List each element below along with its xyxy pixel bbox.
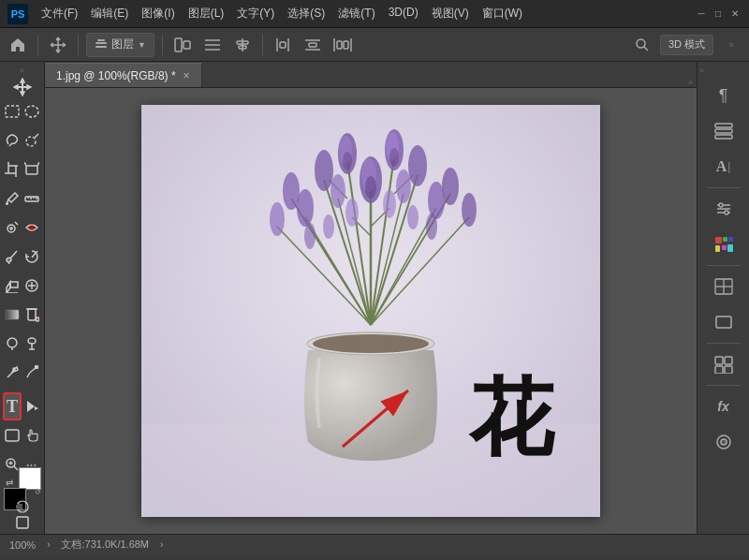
svg-rect-129 — [715, 135, 732, 139]
perspective-crop-tool[interactable] — [22, 155, 41, 184]
lasso-tool[interactable] — [3, 126, 22, 155]
layers-panel-button[interactable] — [705, 114, 742, 148]
path-select-tool[interactable] — [22, 392, 41, 420]
info-chevron[interactable]: › — [160, 539, 163, 550]
right-collapse-icon[interactable]: » — [719, 33, 743, 57]
svg-rect-27 — [6, 106, 19, 117]
menu-edit[interactable]: 编辑(E) — [85, 4, 134, 23]
svg-marker-26 — [27, 85, 31, 89]
maximize-button[interactable]: □ — [712, 7, 725, 21]
menu-filter[interactable]: 滤镜(T) — [332, 4, 380, 23]
color-swatches[interactable]: ↺ ⇄ — [4, 488, 41, 490]
left-toolbar: « — [0, 62, 45, 534]
title-bar: PS 文件(F) 编辑(E) 图像(I) 图层(L) 文字(Y) 选择(S) 滤… — [0, 0, 749, 28]
options-divider-3 — [162, 35, 163, 55]
swatches-panel-button[interactable] — [705, 228, 742, 261]
menu-image[interactable]: 图像(I) — [136, 4, 180, 23]
red-eye-tool[interactable] — [22, 214, 41, 242]
close-button[interactable]: ✕ — [728, 7, 742, 21]
svg-line-49 — [15, 222, 18, 225]
window-controls: ─ □ ✕ — [695, 7, 742, 21]
distribute-icon-3[interactable] — [330, 33, 355, 57]
ps-logo: PS — [7, 4, 28, 24]
menu-view[interactable]: 视图(V) — [426, 4, 475, 23]
swap-colors-icon[interactable]: ⇄ — [6, 478, 13, 488]
svg-rect-137 — [715, 237, 722, 243]
reset-colors-icon[interactable]: ↺ — [35, 488, 41, 496]
text-tool[interactable]: T — [3, 392, 22, 420]
search-icon[interactable] — [630, 33, 654, 57]
svg-rect-13 — [280, 42, 286, 48]
shape-hand-pair — [3, 421, 41, 449]
options-divider-1 — [37, 35, 38, 55]
panel-divider-2 — [707, 265, 741, 266]
quick-select-tool[interactable] — [22, 126, 41, 155]
fx-panel-button[interactable]: fx — [705, 390, 742, 423]
paragraph-panel-button[interactable]: ¶ — [705, 79, 742, 112]
adjustments-panel-button[interactable] — [705, 192, 742, 226]
shape-tool[interactable] — [3, 421, 22, 449]
background-swatch[interactable] — [19, 467, 41, 490]
gradient-tool[interactable] — [3, 301, 22, 329]
svg-point-65 — [28, 338, 36, 344]
left-collapse-icon[interactable]: « — [20, 66, 24, 75]
hand-tool[interactable] — [22, 421, 41, 449]
svg-rect-150 — [725, 366, 732, 374]
tab-close-button[interactable]: × — [184, 70, 190, 81]
menu-file[interactable]: 文件(F) — [36, 4, 83, 23]
ruler-tool[interactable] — [22, 184, 41, 213]
svg-line-37 — [24, 162, 26, 166]
move-options-icon[interactable] — [46, 33, 70, 57]
shape-panel-button[interactable] — [705, 305, 742, 339]
background-eraser-tool[interactable] — [22, 272, 41, 300]
menu-window[interactable]: 窗口(W) — [477, 4, 528, 23]
table-panel-button[interactable] — [705, 270, 742, 303]
menu-text[interactable]: 文字(Y) — [231, 4, 280, 23]
menu-3d[interactable]: 3D(D) — [383, 4, 424, 23]
move-tool[interactable] — [4, 78, 41, 96]
menu-layer[interactable]: 图层(L) — [183, 4, 230, 23]
options-divider-4 — [262, 35, 263, 55]
home-icon[interactable] — [6, 33, 30, 57]
align-icon-3[interactable] — [230, 33, 255, 57]
text-pathselect-pair: T — [3, 392, 41, 420]
canvas-image: 花 — [141, 105, 600, 517]
quick-mask-tool[interactable] — [4, 499, 41, 514]
zoom-chevron[interactable]: › — [47, 539, 50, 550]
plugin-panel-button[interactable] — [705, 347, 742, 381]
svg-point-118 — [407, 205, 419, 229]
history-panel-button[interactable] — [705, 425, 742, 459]
freeform-pen-tool[interactable] — [22, 359, 41, 387]
panel-collapse-button[interactable]: » — [698, 66, 704, 75]
svg-rect-3 — [175, 38, 182, 52]
screen-mode-tool[interactable] — [4, 515, 41, 530]
distribute-icon-2[interactable] — [301, 33, 325, 57]
layers-dropdown[interactable]: 图层 ▼ — [86, 33, 154, 57]
rect-marquee-tool[interactable] — [3, 97, 22, 125]
distribute-icon-1[interactable] — [271, 33, 295, 57]
svg-line-31 — [35, 134, 38, 138]
crop-tool[interactable] — [3, 155, 22, 184]
align-icon-1[interactable] — [170, 33, 195, 57]
pen-tool[interactable] — [3, 359, 22, 387]
menu-select[interactable]: 选择(S) — [282, 4, 330, 23]
history-brush-tool[interactable] — [22, 243, 41, 271]
panel-collapse-right[interactable]: » — [688, 78, 693, 87]
svg-rect-148 — [725, 357, 732, 364]
brush-tool[interactable] — [3, 243, 22, 271]
ellipse-marquee-tool[interactable] — [22, 97, 41, 125]
minimize-button[interactable]: ─ — [695, 7, 708, 21]
dodge-tool[interactable] — [22, 330, 41, 358]
paint-bucket-tool[interactable] — [22, 301, 41, 329]
3d-mode-button[interactable]: 3D 模式 — [660, 35, 713, 55]
eyedropper-tool[interactable] — [3, 184, 22, 213]
svg-marker-56 — [7, 282, 10, 293]
svg-line-126 — [343, 391, 408, 447]
blur-tool[interactable] — [3, 330, 22, 358]
align-icon-2[interactable] — [200, 33, 225, 57]
document-tab[interactable]: 1.jpg @ 100%(RGB/8) * × — [45, 63, 202, 87]
svg-point-40 — [6, 202, 8, 205]
character-panel-button[interactable]: A| — [705, 150, 742, 184]
eraser-tool[interactable] — [3, 272, 22, 300]
spot-heal-tool[interactable] — [3, 214, 22, 242]
